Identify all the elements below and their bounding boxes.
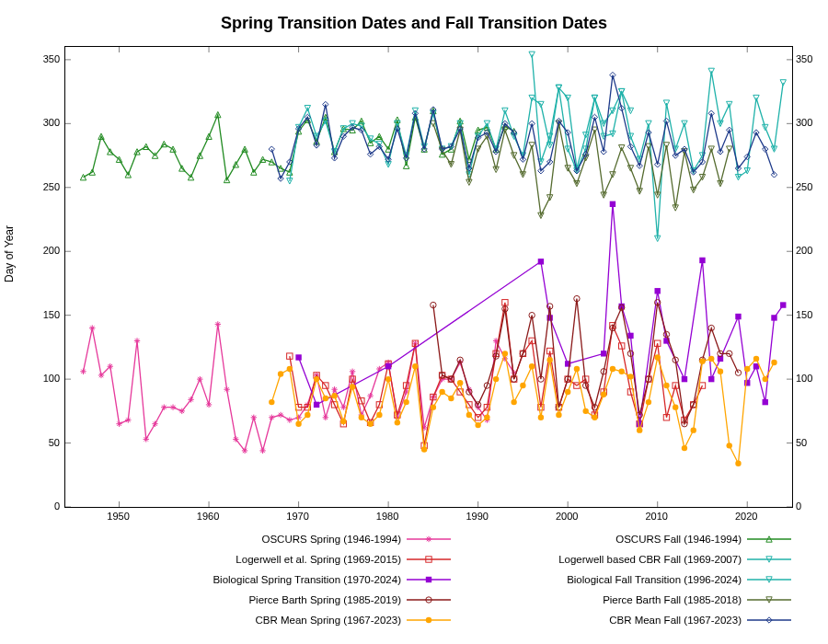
legend-item: Pierce Barth Spring (1985-2019) — [110, 590, 451, 610]
xtick: 1970 — [286, 511, 308, 522]
legend-swatch — [747, 552, 791, 567]
ytick-right: 250 — [796, 181, 812, 192]
svg-point-375 — [646, 399, 651, 405]
legend-item: Logerwell et al. Spring (1969-2015) — [110, 549, 451, 569]
svg-point-360 — [511, 399, 516, 405]
legend-label: OSCURS Spring (1946-1994) — [262, 534, 408, 545]
svg-point-373 — [627, 374, 633, 379]
legend-label: Logerwell et al. Spring (1969-2015) — [236, 554, 407, 565]
svg-point-338 — [314, 376, 319, 382]
svg-point-361 — [520, 383, 525, 388]
legend-label: Pierce Barth Fall (1985-2018) — [603, 594, 747, 605]
ytick-left: 100 — [43, 373, 60, 384]
svg-rect-292 — [735, 314, 741, 319]
svg-point-377 — [663, 383, 669, 388]
svg-point-349 — [412, 363, 418, 369]
svg-point-350 — [421, 446, 427, 452]
legend-item: Logerwell based CBR Fall (1969-2007) — [451, 549, 791, 569]
ytick-right: 200 — [796, 245, 812, 256]
svg-point-389 — [771, 360, 776, 365]
legend-label: OSCURS Fall (1946-1994) — [615, 534, 747, 545]
xtick: 2010 — [645, 511, 667, 522]
svg-rect-295 — [763, 399, 768, 405]
svg-point-355 — [466, 412, 472, 418]
svg-point-367 — [574, 366, 580, 372]
svg-rect-276 — [314, 402, 319, 408]
svg-rect-288 — [682, 376, 687, 382]
data-series — [65, 47, 792, 507]
legend-label: Biological Spring Transition (1970-2024) — [213, 574, 407, 585]
svg-point-339 — [323, 396, 328, 401]
svg-rect-289 — [699, 258, 705, 263]
svg-rect-606 — [426, 577, 431, 582]
legend-item: Biological Spring Transition (1970-2024) — [110, 569, 451, 590]
svg-marker-478 — [529, 52, 535, 57]
svg-point-382 — [708, 356, 714, 362]
svg-point-347 — [395, 420, 400, 425]
ytick-left: 250 — [43, 181, 60, 192]
plot-area — [64, 46, 793, 508]
svg-point-337 — [305, 412, 310, 418]
legend-label: CBR Mean Fall (1967-2023) — [609, 615, 747, 626]
svg-point-372 — [618, 369, 624, 374]
legend-swatch — [407, 552, 451, 567]
svg-point-365 — [556, 412, 561, 418]
svg-point-346 — [385, 376, 391, 382]
svg-point-383 — [718, 369, 723, 374]
legend-swatch — [747, 613, 791, 627]
svg-rect-296 — [771, 315, 776, 320]
chart-container: Spring Transition Dates and Fall Transit… — [0, 0, 828, 644]
svg-point-359 — [502, 351, 508, 356]
chart-title: Spring Transition Dates and Fall Transit… — [0, 14, 828, 33]
legend-item: CBR Mean Spring (1967-2023) — [110, 610, 451, 630]
ytick-left: 350 — [43, 53, 60, 64]
legend-col-right: OSCURS Fall (1946-1994)Logerwell based C… — [451, 529, 791, 630]
legend-swatch — [747, 592, 791, 607]
svg-point-388 — [763, 376, 768, 382]
svg-point-369 — [592, 415, 597, 420]
svg-point-341 — [340, 419, 346, 424]
legend-item: OSCURS Spring (1946-1994) — [110, 529, 451, 549]
svg-point-380 — [691, 427, 696, 432]
ytick-left: 0 — [54, 500, 60, 512]
svg-point-366 — [565, 389, 570, 395]
svg-point-379 — [682, 445, 687, 451]
legend-label: CBR Mean Spring (1967-2023) — [255, 615, 407, 626]
legend-col-left: OSCURS Spring (1946-1994)Logerwell et al… — [110, 529, 451, 630]
xtick: 1950 — [107, 511, 129, 522]
legend-label: Logerwell based CBR Fall (1969-2007) — [558, 554, 747, 565]
xtick: 1990 — [466, 511, 488, 522]
legend-item: CBR Mean Fall (1967-2023) — [451, 610, 791, 630]
legend-swatch — [747, 532, 791, 546]
svg-marker-506 — [780, 80, 786, 86]
svg-rect-297 — [780, 302, 786, 307]
svg-point-348 — [403, 399, 408, 405]
svg-rect-290 — [708, 376, 714, 382]
xtick: 2020 — [735, 511, 757, 522]
svg-point-334 — [278, 371, 283, 376]
xtick: 2000 — [556, 511, 578, 522]
svg-point-376 — [655, 354, 661, 360]
legend: OSCURS Spring (1946-1994)Logerwell et al… — [110, 529, 791, 630]
legend-label: Biological Fall Transition (1996-2024) — [567, 574, 747, 585]
ytick-left: 150 — [43, 309, 60, 320]
legend-swatch — [407, 572, 451, 587]
svg-rect-281 — [601, 351, 606, 356]
ytick-right: 300 — [796, 117, 812, 128]
svg-point-340 — [331, 393, 337, 398]
svg-point-358 — [493, 376, 499, 382]
svg-point-353 — [448, 396, 454, 401]
svg-rect-274 — [699, 383, 705, 388]
svg-point-610 — [426, 617, 431, 623]
svg-point-384 — [727, 443, 732, 448]
xtick: 1980 — [376, 511, 398, 522]
ytick-right: 150 — [796, 309, 812, 320]
svg-point-345 — [376, 412, 382, 418]
ytick-left: 200 — [43, 245, 60, 256]
svg-point-357 — [484, 415, 489, 420]
legend-swatch — [407, 613, 451, 627]
y-axis-label: Day of Year — [3, 225, 16, 282]
svg-point-351 — [431, 404, 436, 409]
ytick-right: 0 — [796, 500, 801, 512]
svg-point-368 — [582, 408, 588, 414]
